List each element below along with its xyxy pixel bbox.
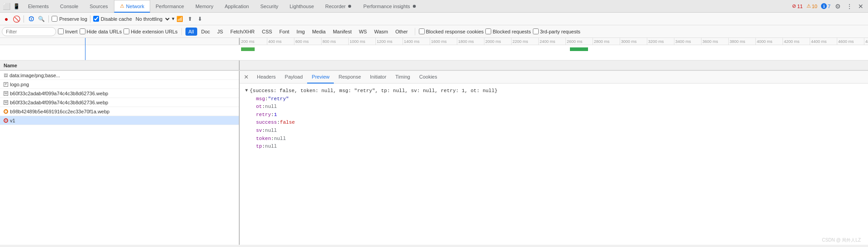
error-badge[interactable]: ⊘ 11 [792,3,802,9]
type-filter-media[interactable]: Media [309,28,329,36]
detail-tab-timing[interactable]: Timing [391,71,415,84]
info-badge[interactable]: ℹ 7 [821,3,830,9]
type-filter-font[interactable]: Font [276,28,293,36]
request-item-data-image[interactable]: 🖼 data:image/png;base... [0,71,239,80]
info-badge-icon: ℹ [821,3,827,9]
tab-security[interactable]: Security [255,0,284,12]
detail-tab-preview[interactable]: Preview [307,71,334,84]
request-item-v1[interactable]: v v1 [0,116,239,125]
tab-sources[interactable]: Sources [84,0,114,12]
throttle-select[interactable]: No throttling [133,16,171,22]
tab-performance-insights[interactable]: Performance insights ⏺ [358,0,422,12]
request-item-webp-3[interactable]: ◇ b98b42489b5e4691916cc2ec33e70f1a.webp [0,107,239,116]
detail-tab-response[interactable]: Response [334,71,365,84]
detail-tab-payload[interactable]: Payload [280,71,308,84]
tab-network[interactable]: ⚠ Network [114,0,150,13]
toggle-offline-icon[interactable]: 📶 [175,14,185,23]
hide-extension-urls-checkbox[interactable] [123,28,129,34]
tab-application[interactable]: Application [219,0,255,12]
request-item-webp-1[interactable]: W b60f33c2adab4f099a74c4c3b8d62736.webp [0,89,239,98]
close-devtools-icon[interactable]: ✕ [857,2,864,11]
disable-cache-label[interactable]: Disable cache [93,16,132,22]
tick-2600ms: 2600 ms [565,38,593,45]
request-item-webp-2[interactable]: W b60f33c2adab4f099a74c4c3b8d62736.webp [0,98,239,107]
section-headers: Name [0,61,868,71]
third-party-requests-label[interactable]: 3rd-party requests [533,28,580,34]
toolbar-divider-3 [90,15,90,23]
tick-2800ms: 2800 ms [593,38,620,45]
name-column-header: Name [0,61,240,70]
device-toolbar-icon[interactable]: 📱 [12,2,21,11]
tab-console[interactable]: Console [55,0,84,12]
detail-tab-initiator[interactable]: Initiator [365,71,391,84]
tab-elements[interactable]: Elements [23,0,55,12]
type-filter-manifest[interactable]: Manifest [330,28,355,36]
upload-icon[interactable]: ⬆ [185,14,194,23]
json-property-retry: retry: 1 [245,111,863,119]
settings-icon[interactable]: ⚙ [834,2,842,11]
search-icon[interactable]: 🔍 [37,14,46,23]
detail-tab-cookies[interactable]: Cookies [415,71,442,84]
type-filter-wasm[interactable]: Wasm [371,28,391,36]
blocked-requests-label[interactable]: Blocked requests [485,28,531,34]
type-filter-other[interactable]: Other [392,28,411,36]
type-filter-doc[interactable]: Doc [198,28,213,36]
filter-divider-2 [415,28,415,35]
type-filter-all[interactable]: All [185,28,197,36]
tick-3200ms: 3200 ms [647,38,674,45]
blocked-response-cookies-checkbox[interactable] [419,28,425,34]
warning-badge[interactable]: ⚠ 10 [806,3,817,9]
preserve-log-checkbox[interactable] [52,16,57,22]
detail-panel: ✕ Headers Payload Preview Response Initi… [240,71,868,245]
type-filter-fetchxhr[interactable]: Fetch/XHR [227,28,258,36]
throttle-select-container[interactable]: No throttling ▾ [133,16,175,22]
type-filter-css[interactable]: CSS [259,28,275,36]
waterfall-header [240,61,868,70]
type-filter-js[interactable]: JS [214,28,226,36]
third-party-requests-checkbox[interactable] [533,28,539,34]
type-filter-ws[interactable]: WS [356,28,370,36]
filter-bar: Invert Hide data URLs Hide extension URL… [0,25,868,38]
more-options-icon[interactable]: ⋮ [845,2,854,11]
tick-3600ms: 3600 ms [701,38,728,45]
invert-checkbox[interactable] [58,28,64,34]
tab-recorder[interactable]: Recorder ⏺ [320,0,358,12]
tab-memory[interactable]: Memory [190,0,219,12]
network-toolbar: ● 🚫 ⏼ 🔍 Preserve log Disable cache No th… [0,13,868,25]
filter-icon[interactable]: ⏼ [27,14,36,23]
tick-4200ms: 4200 ms [783,38,810,45]
hide-data-urls-checkbox[interactable] [80,28,85,34]
preserve-log-label[interactable]: Preserve log [52,16,87,22]
webp-icon-2: W [4,100,8,105]
type-filter-section: All Doc JS Fetch/XHR CSS Font Img Media … [185,28,411,36]
tick-800ms: 800 ms [321,38,348,45]
tick-4600ms: 4600 ms [837,38,864,45]
record-button[interactable]: ● [2,14,11,23]
disable-cache-checkbox[interactable] [93,16,99,22]
timeline-ticks: 200 ms 400 ms 600 ms 800 ms 1000 ms 1200… [240,38,868,45]
hide-extension-urls-label[interactable]: Hide extension URLs [123,28,177,34]
invert-label[interactable]: Invert [58,28,78,34]
filter-input[interactable] [2,27,56,36]
close-detail-button[interactable]: ✕ [242,73,251,82]
tab-lighthouse[interactable]: Lighthouse [284,0,320,12]
request-item-logo-png[interactable]: P logo.png [0,80,239,89]
download-icon[interactable]: ⬇ [195,14,204,23]
clear-button[interactable]: 🚫 [12,14,21,23]
tick-3400ms: 3400 ms [674,38,701,45]
warning-triangle-icon: ⚠ [120,3,124,9]
inspect-icon[interactable]: ⬜ [2,2,11,11]
perf-insights-icon: ⏺ [412,4,417,9]
hide-data-urls-label[interactable]: Hide data URLs [80,28,122,34]
type-filter-img[interactable]: Img [294,28,308,36]
warning-badge-icon: ⚠ [806,3,811,9]
blocked-response-cookies-label[interactable]: Blocked response cookies [419,28,484,34]
toolbar-divider-2 [48,15,49,23]
watermark: CSDN @ 局外人LZ [822,237,861,243]
tab-performance[interactable]: Performance [150,0,190,12]
blocked-requests-checkbox[interactable] [485,28,491,34]
devtools-window: ⬜ 📱 Elements Console Sources ⚠ Network P… [0,0,868,247]
expand-arrow-root[interactable]: ▼ [245,87,248,94]
detail-tab-headers[interactable]: Headers [252,71,280,84]
tick-1200ms: 1200 ms [375,38,403,45]
